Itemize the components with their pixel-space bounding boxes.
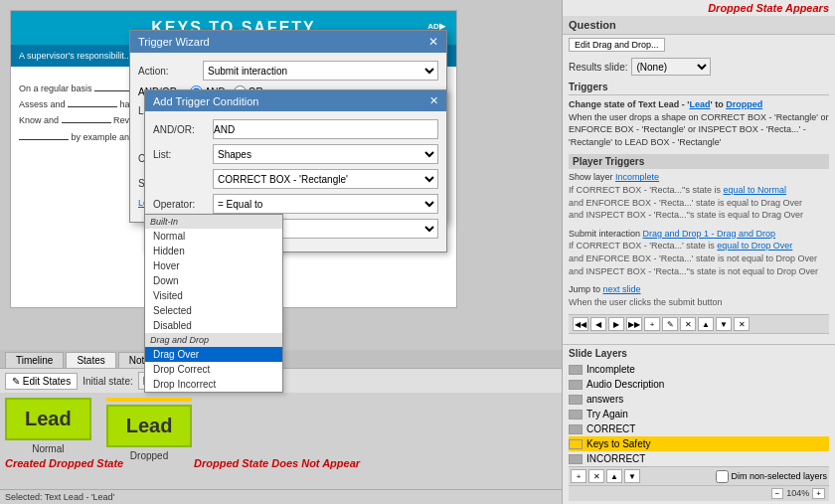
dropdown-item-disabled[interactable]: Disabled xyxy=(145,318,282,333)
left-area: AD▶ KEYS TO SAFETY A supervisor's respon… xyxy=(0,0,562,504)
dropdown-item-dropincorrect[interactable]: Drop Incorrect xyxy=(145,377,282,392)
nav-btn-2[interactable]: ◀ xyxy=(590,317,606,331)
trigger-wizard-title: Trigger Wizard xyxy=(138,36,210,48)
layer-icon-correct xyxy=(569,424,583,434)
tab-states[interactable]: States xyxy=(66,352,115,368)
edit-drag-drop-row: Edit Drag and Drop... xyxy=(563,35,835,55)
dropdown-item-selected[interactable]: Selected xyxy=(145,303,282,318)
dropdown-item-normal[interactable]: Normal xyxy=(145,229,282,244)
nav-btn-edit[interactable]: ✎ xyxy=(662,317,678,331)
sub-list-select[interactable]: Shapes xyxy=(213,144,438,164)
dim-layers-checkbox[interactable] xyxy=(716,470,729,483)
action-label: Action: xyxy=(138,66,203,77)
sub-object-select[interactable]: CORRECT BOX - 'Rectangle' xyxy=(213,169,438,189)
nav-btn-4[interactable]: ▶▶ xyxy=(626,317,642,331)
zoom-in-btn[interactable]: + xyxy=(812,488,825,499)
edit-states-btn[interactable]: ✎ Edit States xyxy=(5,373,78,390)
sub-list-row: List: Shapes xyxy=(153,144,438,164)
dropdown-dragdrop-section: Drag and Drop xyxy=(145,333,282,347)
results-slide-select[interactable]: (None) xyxy=(631,58,711,76)
nav-btn-down[interactable]: ▼ xyxy=(716,317,732,331)
state-item-normal: Lead Normal xyxy=(5,398,91,454)
trigger-entry-1: Change state of Text Lead - 'Lead' to Dr… xyxy=(569,98,829,148)
right-panel: Dropped State Appears Question Edit Drag… xyxy=(562,0,835,504)
dim-layers-label: Dim non-selected layers xyxy=(731,471,827,481)
question-section-header: Question xyxy=(563,16,835,35)
trigger-wizard-close[interactable]: ✕ xyxy=(428,35,438,49)
dropdown-item-dropcorrect[interactable]: Drop Correct xyxy=(145,362,282,377)
layer-tryagain[interactable]: Try Again xyxy=(569,407,829,421)
state-dropdown-list: Built-In Normal Hidden Hover Down Visite… xyxy=(144,214,283,393)
dropdown-item-hover[interactable]: Hover xyxy=(145,258,282,273)
main-container: AD▶ KEYS TO SAFETY A supervisor's respon… xyxy=(0,0,835,504)
action-select[interactable]: Submit interaction xyxy=(203,61,438,81)
edit-drag-drop-btn[interactable]: Edit Drag and Drop... xyxy=(569,38,665,52)
nav-btn-delete[interactable]: ✕ xyxy=(680,317,696,331)
sub-andor-input[interactable] xyxy=(213,119,438,139)
trigger-wizard-titlebar: Trigger Wizard ✕ xyxy=(130,31,446,53)
layer-name-answers: answers xyxy=(586,394,623,405)
layer-incomplete[interactable]: Incomplete xyxy=(569,362,829,377)
state-normal-label: Normal xyxy=(32,443,64,454)
sub-list-label: List: xyxy=(153,149,213,160)
sub-dialog-close[interactable]: ✕ xyxy=(429,94,438,107)
results-slide-label: Results slide: xyxy=(569,62,627,73)
layer-btn-add[interactable]: + xyxy=(571,469,586,483)
layer-icon-audio xyxy=(569,380,583,390)
layer-name-keys: Keys to Safety xyxy=(586,438,650,449)
layer-btn-delete[interactable]: ✕ xyxy=(588,469,604,483)
layer-correct[interactable]: CORRECT xyxy=(569,421,829,436)
results-slide-row: Results slide: (None) xyxy=(563,55,835,79)
dropdown-item-down[interactable]: Down xyxy=(145,273,282,288)
layer-icon-incorrect xyxy=(569,454,583,464)
nav-btn-1[interactable]: ◀◀ xyxy=(573,317,588,331)
slide-layers-section: Slide Layers Incomplete Audio Descriptio… xyxy=(563,344,835,504)
states-content: Lead Normal Lead Dropped xyxy=(0,393,562,466)
layer-icon-keys xyxy=(569,439,583,449)
dropdown-item-visited[interactable]: Visited xyxy=(145,288,282,303)
layer-audio[interactable]: Audio Description xyxy=(569,377,829,392)
player-trigger-1: Show layer Incomplete If CORRECT BOX - '… xyxy=(569,171,829,221)
dim-layers-control: Dim non-selected layers xyxy=(716,469,827,483)
layer-keys[interactable]: Keys to Safety xyxy=(569,436,829,451)
layer-btn-down[interactable]: ▼ xyxy=(624,469,640,483)
player-trigger-2: Submit interaction Drag and Drop 1 - Dra… xyxy=(569,228,829,277)
layer-name-audio: Audio Description xyxy=(586,379,664,390)
state-lead-normal-box: Lead xyxy=(5,398,91,440)
dropdown-item-dragover[interactable]: Drag Over xyxy=(145,347,282,362)
zoom-bar: − 104% + xyxy=(569,485,829,501)
dropdown-item-hidden[interactable]: Hidden xyxy=(145,244,282,258)
layer-answers[interactable]: answers xyxy=(569,392,829,407)
sub-operator-label: Operator: xyxy=(153,199,213,210)
player-trigger-3: Jump to next slide When the user clicks … xyxy=(569,283,829,308)
triggers-section: Triggers Change state of Text Lead - 'Le… xyxy=(563,79,835,344)
nav-btn-add[interactable]: + xyxy=(644,317,660,331)
sub-operator-row: Operator: = Equal to xyxy=(153,194,438,214)
layer-name-correct: CORRECT xyxy=(586,423,635,434)
layer-btn-up[interactable]: ▲ xyxy=(606,469,622,483)
sub-dialog-titlebar: Add Trigger Condition ✕ xyxy=(145,90,446,111)
initial-state-label: Initial state: xyxy=(83,376,133,387)
layer-incorrect[interactable]: INCORRECT xyxy=(569,451,829,466)
state-item-dropped: Lead Dropped xyxy=(106,398,193,461)
sub-operator-select[interactable]: = Equal to xyxy=(213,194,438,214)
nav-btn-up[interactable]: ▲ xyxy=(698,317,714,331)
sub-dialog-title: Add Trigger Condition xyxy=(153,95,258,107)
nav-btn-x[interactable]: ✕ xyxy=(734,317,750,331)
slide-layers-header: Slide Layers xyxy=(569,348,829,359)
zoom-out-btn[interactable]: − xyxy=(771,488,784,499)
nav-btn-3[interactable]: ▶ xyxy=(608,317,624,331)
layer-icon-incomplete xyxy=(569,365,583,375)
action-row: Action: Submit interaction xyxy=(138,61,438,81)
player-triggers-header: Player Triggers xyxy=(569,154,829,169)
sub-andor-label: AND/OR: xyxy=(153,124,213,135)
dropdown-builtin-section: Built-In xyxy=(145,215,282,229)
state-dropped-label: Dropped xyxy=(130,450,168,461)
state-lead-dropped-box: Lead xyxy=(106,405,193,447)
layers-toolbar: + ✕ ▲ ▼ Dim non-selected layers xyxy=(569,466,829,485)
layer-icon-answers xyxy=(569,395,583,405)
annotation-dropped-appears: Dropped State Appears xyxy=(563,0,835,16)
tab-timeline[interactable]: Timeline xyxy=(5,352,64,368)
layer-name-incomplete: Incomplete xyxy=(586,364,635,375)
trigger-nav-toolbar: ◀◀ ◀ ▶ ▶▶ + ✎ ✕ ▲ ▼ ✕ xyxy=(569,314,829,334)
